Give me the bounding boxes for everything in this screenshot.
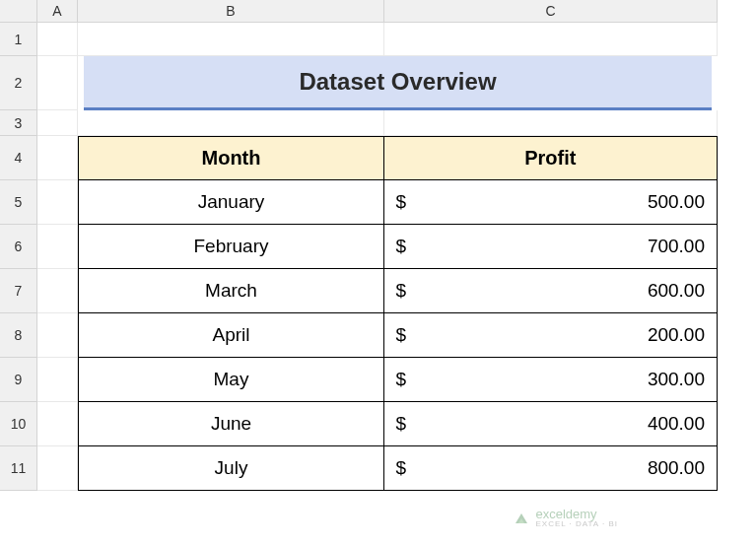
table-cell-month[interactable]: May (78, 357, 384, 403)
table-cell-month[interactable]: March (78, 268, 384, 314)
column-header-C[interactable]: C (384, 0, 718, 23)
table-cell-month[interactable]: June (78, 401, 384, 447)
table-header-month[interactable]: Month (78, 136, 384, 180)
cell-A3[interactable] (37, 110, 78, 136)
cell-A1[interactable] (37, 23, 78, 56)
row-header-9[interactable]: 9 (0, 358, 37, 402)
row-header-10[interactable]: 10 (0, 402, 37, 446)
cell-A11[interactable] (37, 446, 78, 491)
cell-A9[interactable] (37, 358, 78, 402)
currency-symbol: $ (396, 280, 407, 302)
cell-A2[interactable] (37, 56, 78, 110)
cell-A7[interactable] (37, 269, 78, 313)
row-header-5[interactable]: 5 (0, 180, 37, 225)
table-cell-profit[interactable]: $400.00 (383, 401, 719, 447)
table-cell-profit[interactable]: $800.00 (383, 445, 719, 492)
currency-symbol: $ (396, 457, 407, 479)
table-cell-month[interactable]: July (78, 445, 384, 492)
cell-A4[interactable] (37, 136, 78, 180)
cell-B1[interactable] (78, 23, 384, 56)
table-cell-profit[interactable]: $700.00 (383, 224, 719, 270)
profit-value: 400.00 (406, 413, 705, 435)
row-header-8[interactable]: 8 (0, 313, 37, 358)
table-cell-month[interactable]: April (78, 312, 384, 359)
currency-symbol: $ (396, 324, 407, 346)
row-header-1[interactable]: 1 (0, 23, 37, 56)
select-all-corner[interactable] (0, 0, 37, 23)
table-cell-month[interactable]: January (78, 179, 384, 226)
watermark-brand: exceldemy (535, 507, 596, 521)
currency-symbol: $ (396, 369, 407, 390)
profit-value: 500.00 (406, 191, 705, 213)
currency-symbol: $ (396, 191, 407, 213)
table-cell-profit[interactable]: $300.00 (383, 357, 719, 403)
profit-value: 600.00 (406, 280, 705, 302)
row-header-7[interactable]: 7 (0, 269, 37, 313)
table-cell-profit[interactable]: $200.00 (383, 312, 719, 359)
table-cell-profit[interactable]: $500.00 (383, 179, 719, 226)
watermark: exceldemy EXCEL · DATA · BI (514, 507, 618, 528)
cell-A10[interactable] (37, 402, 78, 446)
spreadsheet-grid: A B C 1 2 Dataset Overview 3 4 Month Pro… (0, 0, 756, 491)
cell-A5[interactable] (37, 180, 78, 225)
currency-symbol: $ (396, 413, 407, 435)
row-header-2[interactable]: 2 (0, 56, 37, 110)
profit-value: 300.00 (406, 369, 705, 390)
cell-C1[interactable] (384, 23, 718, 56)
profit-value: 700.00 (406, 236, 705, 257)
watermark-tagline: EXCEL · DATA · BI (535, 519, 618, 528)
cell-C3[interactable] (384, 110, 718, 136)
table-cell-month[interactable]: February (78, 224, 384, 270)
row-header-3[interactable]: 3 (0, 110, 37, 136)
profit-value: 200.00 (406, 324, 705, 346)
dataset-title[interactable]: Dataset Overview (84, 56, 712, 110)
row-header-4[interactable]: 4 (0, 136, 37, 180)
table-header-profit[interactable]: Profit (383, 136, 719, 180)
row-header-6[interactable]: 6 (0, 225, 37, 269)
cell-B3[interactable] (78, 110, 384, 136)
table-cell-profit[interactable]: $600.00 (383, 268, 719, 314)
watermark-logo-icon (514, 510, 529, 525)
cell-A8[interactable] (37, 313, 78, 358)
profit-value: 800.00 (406, 457, 705, 479)
column-header-A[interactable]: A (37, 0, 78, 23)
column-header-B[interactable]: B (78, 0, 384, 23)
watermark-text: exceldemy EXCEL · DATA · BI (535, 507, 618, 528)
cell-A6[interactable] (37, 225, 78, 269)
currency-symbol: $ (396, 236, 407, 257)
row-header-11[interactable]: 11 (0, 446, 37, 491)
